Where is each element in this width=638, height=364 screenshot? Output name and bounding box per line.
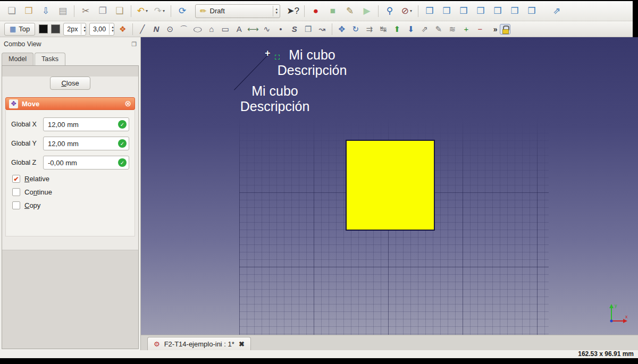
toolbar-separator (74, 5, 74, 17)
measure-distance-button[interactable]: ⇗ (550, 4, 564, 18)
view-left-button[interactable]: ❒ (525, 4, 539, 18)
line-color-swatch[interactable] (51, 24, 60, 33)
toolbar-icon: ⊙ (167, 25, 174, 33)
draft-del-point-button[interactable]: − (474, 23, 486, 35)
toolbar-icon: ❒ (305, 25, 312, 33)
draft-offset-button[interactable]: ⇉ (364, 23, 375, 35)
working-plane-label: Top (19, 25, 30, 33)
global-x-input[interactable] (43, 117, 129, 131)
draft-bspline-button[interactable]: ∿ (261, 23, 273, 35)
draft-scale-button[interactable]: ⇗ (419, 23, 431, 35)
whats-this-button[interactable]: ➤? (286, 4, 300, 18)
draft-facebinder-button[interactable]: ❒ (303, 23, 314, 35)
float-panel-icon[interactable]: ❐ (131, 41, 137, 48)
view-axonometric-button[interactable]: ❒ (423, 4, 436, 18)
draft-wire-button[interactable]: N (150, 23, 162, 35)
spinner-arrows-icon[interactable]: ▴▾ (81, 24, 86, 35)
draft-point-button[interactable]: • (275, 23, 287, 35)
view-rear-button[interactable]: ❒ (491, 4, 505, 18)
line-width-spinner[interactable]: 2px ▴▾ (63, 23, 86, 36)
toolbar-separator (171, 5, 171, 17)
macro-stop-button[interactable]: ■ (326, 4, 340, 18)
3d-viewport[interactable]: Mi cubo Descripción Mi cubo Descripción … (141, 37, 638, 335)
dropdown-caret-icon[interactable]: ▾ (163, 9, 165, 13)
continue-checkbox[interactable]: ✔ Continue (12, 188, 128, 196)
draft-rectangle-button[interactable]: ▭ (220, 23, 231, 35)
draft-bezcurve-button[interactable]: ↝ (316, 23, 328, 35)
draft-line-button[interactable]: ╱ (137, 23, 148, 35)
close-document-icon[interactable]: ✖ (239, 340, 245, 348)
zoom-box-button[interactable]: ⚲ (383, 4, 397, 18)
print-button[interactable]: ▤ (56, 4, 70, 18)
toolbar-overflow-button[interactable]: » (493, 25, 498, 33)
refresh-button[interactable]: ⟳ (175, 4, 189, 18)
face-color-swatch[interactable] (39, 24, 48, 33)
checkbox-box[interactable]: ✔ (12, 188, 20, 196)
cube-top-view[interactable] (346, 140, 435, 231)
toolbar-icon: ↻ (352, 25, 359, 33)
document-tab[interactable]: ⚙ F2-T14-ejemplo-ini : 1* ✖ (147, 337, 251, 350)
redo-button[interactable]: ↷ ▾ (153, 4, 166, 18)
collapse-task-icon[interactable]: ⊗ (124, 99, 131, 108)
document-tab-bar: ⚙ F2-T14-ejemplo-ini : 1* ✖ (141, 335, 638, 350)
dropdown-caret-icon[interactable]: ▾ (410, 9, 412, 13)
macro-play-button[interactable]: ▶ (360, 4, 374, 18)
draft-wire-to-bspline-button[interactable]: ≋ (447, 23, 458, 35)
draft-downgrade-button[interactable]: ⬇ (405, 23, 417, 35)
relative-checkbox[interactable]: ✔ Relative (12, 175, 128, 183)
paste-button[interactable]: ❑ (113, 4, 127, 18)
toolbar-icon: ❒ (24, 6, 32, 15)
view-top-button[interactable]: ❒ (457, 4, 471, 18)
macro-edit-button[interactable]: ✎ (343, 4, 357, 18)
copy-checkbox[interactable]: ✔ Copy (12, 201, 128, 209)
undo-button[interactable]: ↶ ▾ (136, 4, 149, 18)
dropdown-caret-icon[interactable]: ▾ (146, 9, 148, 13)
view-right-button[interactable]: ❒ (474, 4, 488, 18)
construction-mode-lock-icon[interactable] (500, 24, 510, 35)
draft-trimex-button[interactable]: ↹ (377, 23, 389, 35)
save-button[interactable]: ⇩ (39, 4, 53, 18)
apply-style-button[interactable]: ❖ (117, 23, 129, 35)
draft-dimension-button[interactable]: ⟷ (247, 23, 259, 35)
copy-button[interactable]: ❐ (96, 4, 110, 18)
draw-style-button[interactable]: ⊘ ▾ (400, 4, 414, 18)
valid-check-icon: ✓ (118, 120, 127, 129)
freecad-window: ❏ ❒ ⇩ ▤ ✂ ❐ (0, 0, 638, 364)
draft-upgrade-button[interactable]: ⬆ (391, 23, 403, 35)
move-task-header[interactable]: ✥ Move ⊗ (5, 97, 135, 110)
spinner-arrows-icon[interactable]: ▴▾ (109, 24, 114, 35)
draft-circle-button[interactable]: ⊙ (164, 23, 176, 35)
checkbox-box[interactable]: ✔ (12, 175, 20, 183)
draft-move-button[interactable]: ✥ (336, 23, 348, 35)
draft-workbench-icon: ✏ (200, 6, 207, 16)
toolbar-icon: ❒ (493, 6, 501, 15)
draft-text-button[interactable]: A (233, 23, 245, 35)
panel-title: Combo View (4, 40, 41, 48)
cut-button[interactable]: ✂ (79, 4, 93, 18)
checkbox-box[interactable]: ✔ (12, 201, 20, 209)
tab-tasks[interactable]: Tasks (35, 53, 65, 65)
grid-plane-icon: ▦ (10, 26, 16, 32)
workbench-selector[interactable]: ✏ Draft ▴▾ (195, 4, 280, 18)
view-front-button[interactable]: ❒ (440, 4, 454, 18)
draft-add-point-button[interactable]: + (460, 23, 472, 35)
global-z-input[interactable] (43, 156, 129, 170)
draft-ellipse-button[interactable]: ◯ (192, 23, 204, 35)
toolbar-icon: ⟷ (247, 25, 259, 33)
macro-record-button[interactable]: ● (309, 4, 323, 18)
global-y-input[interactable] (43, 137, 129, 150)
draft-edit-button[interactable]: ✎ (433, 23, 444, 35)
open-file-button[interactable]: ❒ (22, 4, 36, 18)
new-file-button[interactable]: ❏ (5, 4, 19, 18)
draft-polygon-button[interactable]: ⌂ (206, 23, 217, 35)
draft-rotate-button[interactable]: ↻ (350, 23, 362, 35)
toolbar-icon: ▭ (222, 25, 229, 33)
draft-shapestring-button[interactable]: S (289, 23, 300, 35)
view-bottom-button[interactable]: ❒ (508, 4, 522, 18)
tab-model[interactable]: Model (2, 53, 33, 65)
combobox-arrows-icon[interactable]: ▴▾ (273, 6, 278, 16)
draft-arc-button[interactable]: ⌒ (178, 23, 190, 35)
text-size-spinner[interactable]: 3,00 ▴▾ (89, 23, 114, 36)
close-task-button[interactable]: Close (50, 77, 90, 90)
working-plane-button[interactable]: ▦ Top (4, 23, 35, 36)
